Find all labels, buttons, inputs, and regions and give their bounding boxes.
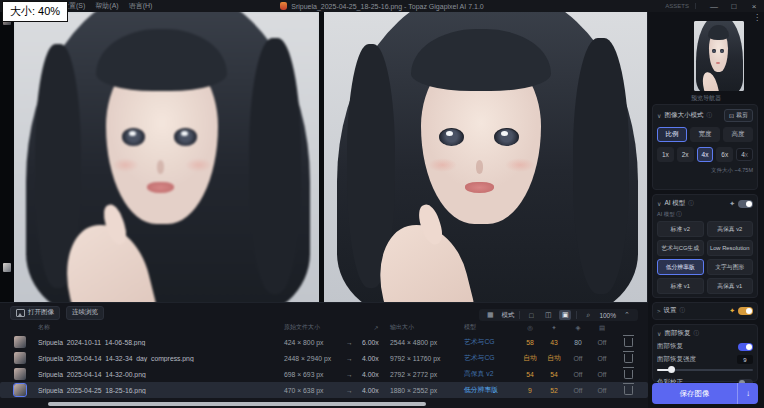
collapse-chevron-icon[interactable]: ∨ (657, 330, 661, 337)
filmstrip-panel[interactable] (0, 12, 14, 303)
header-model: 模型 (464, 323, 518, 332)
app-logo-icon (280, 2, 287, 10)
navigator-label: 预览导航器 (648, 94, 764, 103)
table-row-selected[interactable]: Sripuela_2025-04-25_18-25-16.png 470 × 6… (0, 382, 648, 398)
preview-after-image[interactable] (324, 12, 648, 303)
zoom-level[interactable]: 100% (599, 312, 616, 319)
scale-2x-button[interactable]: 2x (677, 147, 694, 162)
title-bar: 设置(S) 帮助(A) 语言(H) Sripuela_2025-04-25_18… (0, 0, 764, 12)
delete-row-icon[interactable] (624, 386, 633, 395)
model-sub-label: AI 模型 ⓘ (657, 211, 753, 218)
table-header-row: 名称 原始文件大小 ↗ 输出大小 模型 ◎ ✦ ◈ ▤ (0, 321, 648, 334)
denoise-icon: ◎ (518, 324, 542, 332)
close-button[interactable]: × (744, 0, 764, 12)
minimize-button[interactable]: — (704, 0, 724, 12)
horizontal-scrollbar[interactable] (48, 402, 426, 406)
table-row[interactable]: Sripuela_2025-04-14_14-32-34_day_compres… (0, 350, 648, 366)
tab-width[interactable]: 宽度 (690, 127, 720, 142)
collapse-chevron-icon[interactable]: ∨ (657, 112, 661, 119)
crop-icon: ⊡ (729, 112, 734, 119)
view-controls: ▦ 模式 □ ◫ ▣ ⌕ 100% ⌃ (479, 309, 638, 321)
comparison-canvas (0, 12, 648, 303)
tab-scale[interactable]: 比例 (657, 127, 687, 142)
menu-language[interactable]: 语言(H) (129, 1, 153, 11)
size-section-title: 图像大小模式 (664, 111, 703, 120)
continuous-preview-button[interactable]: 连续浏览 (66, 306, 104, 320)
right-sidebar: ⋮ 预览导航器 ∨ 图像大小模式 ⓘ ⊡ 裁剪 比例 宽度 高度 (647, 12, 764, 408)
model-text-shapes-button[interactable]: 文字与图形 (707, 259, 754, 275)
app-window: 设置(S) 帮助(A) 语言(H) Sripuela_2025-04-25_18… (0, 0, 764, 408)
info-icon[interactable]: ⓘ (693, 330, 699, 337)
expand-chevron-icon[interactable]: > (657, 308, 661, 314)
table-row[interactable]: Sripuela_2024-10-11_14-06-58.png 424 × 8… (0, 334, 648, 350)
download-icon[interactable]: ↓ (737, 383, 758, 404)
scale-6x-button[interactable]: 6x (716, 147, 733, 162)
file-thumbnail (14, 352, 26, 364)
zoom-size-tooltip: 大小: 40% (2, 1, 68, 22)
compression-icon: ◈ (566, 324, 590, 332)
preview-before-image[interactable] (14, 12, 319, 303)
file-size-estimate: 文件大小 ~4.75M (657, 167, 753, 174)
size-mode-section: ∨ 图像大小模式 ⓘ ⊡ 裁剪 比例 宽度 高度 1x 2x 4x 6x 4 (652, 104, 758, 190)
face-strength-label: 面部恢复强度 (657, 355, 696, 364)
model-standard-v2-button[interactable]: 标准 v2 (657, 221, 704, 237)
info-icon[interactable]: ⓘ (706, 112, 712, 119)
save-image-button[interactable]: 保存图像 ↓ (652, 383, 758, 404)
scale-1x-button[interactable]: 1x (657, 147, 674, 162)
portrait-after (324, 12, 648, 303)
zoom-icon[interactable]: ⌕ (582, 310, 594, 320)
maximize-button[interactable]: □ (724, 0, 744, 12)
settings-toggle[interactable] (738, 307, 753, 315)
tab-height[interactable]: 高度 (723, 127, 753, 142)
face-recovery-label: 面部恢复 (657, 342, 683, 351)
collapse-chevron-icon[interactable]: ∨ (657, 200, 661, 207)
ai-model-toggle[interactable] (738, 200, 753, 208)
face-column-icon: ▤ (590, 324, 614, 332)
header-output-size: 输出大小 (390, 323, 464, 332)
scale-4x-button[interactable]: 4x (697, 147, 714, 162)
open-images-button[interactable]: 打开图像 (10, 306, 60, 320)
sparkle-icon: ✦ (729, 307, 735, 315)
slider-knob[interactable] (668, 366, 675, 373)
window-title: Sripuela_2025-04-25_18-25-16.png - Topaz… (291, 3, 484, 10)
model-section-title: AI 模型 (664, 199, 685, 208)
file-queue-table: 名称 原始文件大小 ↗ 输出大小 模型 ◎ ✦ ◈ ▤ Sripuela_202… (0, 321, 648, 398)
side-by-side-view-icon[interactable]: ▣ (559, 310, 571, 320)
sharpen-icon: ✦ (542, 324, 566, 332)
settings-section: > 设置 ⓘ ✦ (652, 302, 758, 320)
face-strength-slider[interactable] (657, 366, 753, 374)
single-view-icon[interactable]: □ (525, 310, 537, 320)
model-art-cg-button[interactable]: 艺术与CG生成 (657, 240, 704, 256)
menu-help[interactable]: 帮助(A) (95, 1, 118, 11)
delete-row-icon[interactable] (624, 354, 633, 363)
menu-bar: 设置(S) 帮助(A) 语言(H) (62, 1, 152, 11)
model-high-fidelity-v2-button[interactable]: 高保真 v2 (707, 221, 754, 237)
sidebar-kebab-menu-icon[interactable]: ⋮ (753, 14, 761, 22)
info-icon[interactable]: ⓘ (680, 307, 686, 314)
delete-row-icon[interactable] (624, 370, 633, 379)
navigator-thumbnail[interactable] (694, 21, 744, 91)
settings-section-title: 设置 (664, 306, 677, 315)
model-lowres-cn-button[interactable]: 低分辨率版 (657, 259, 704, 275)
model-low-resolution-button[interactable]: Low Resolution (707, 240, 754, 256)
filmstrip-thumb[interactable] (3, 263, 11, 272)
crop-button[interactable]: ⊡ 裁剪 (724, 109, 753, 122)
delete-row-icon[interactable] (624, 338, 633, 347)
compare-mode-icon[interactable]: ▦ (484, 310, 496, 320)
file-thumbnail (14, 336, 26, 348)
sparkle-icon: ✦ (729, 200, 735, 208)
model-standard-v1-button[interactable]: 标准 v1 (657, 278, 704, 294)
header-name: 名称 (38, 323, 284, 332)
file-thumbnail (14, 384, 26, 396)
titlebar-extra-label: ASSETS (665, 3, 696, 9)
split-view-icon[interactable]: ◫ (542, 310, 554, 320)
face-section-title: 面部恢复 (664, 329, 690, 338)
chevron-up-icon[interactable]: ⌃ (621, 310, 633, 320)
table-row[interactable]: Sripuela_2025-04-14_14-32-00.png 698 × 6… (0, 366, 648, 382)
custom-scale-input[interactable]: 4 x (736, 148, 753, 161)
face-recovery-toggle[interactable] (738, 343, 753, 351)
info-icon[interactable]: ⓘ (688, 200, 694, 207)
face-strength-value[interactable]: 9 (737, 355, 753, 364)
header-scale-icon: ↗ (362, 324, 390, 331)
model-high-fidelity-v1-button[interactable]: 高保真 v1 (707, 278, 754, 294)
